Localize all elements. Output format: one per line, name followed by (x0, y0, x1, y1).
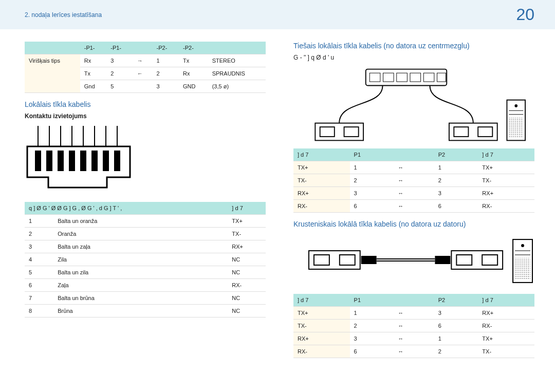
svg-rect-49 (515, 258, 530, 279)
svg-rect-13 (91, 151, 98, 171)
pin-color-table: q ] Ø G ' Ø Ø G ] G , Ø G ' , d G ] T ' … (25, 202, 266, 318)
svg-rect-41 (361, 256, 377, 264)
right-column: Tiešais lokālais tīkla kabelis (no dator… (293, 42, 534, 365)
side-label: Virišķais tips (25, 54, 80, 93)
svg-rect-39 (456, 255, 472, 265)
page-header: 2. nodaļa Ierīces iestatīšana 20 (0, 0, 555, 29)
svg-rect-10 (58, 151, 64, 171)
sub-title-pin-layout: Kontaktu izvietojums (25, 113, 266, 120)
page-number: 20 (516, 5, 534, 24)
th: -P2- (153, 42, 179, 54)
svg-point-46 (521, 244, 524, 247)
svg-rect-42 (435, 256, 450, 264)
section-title-lan-cable: Lokālais tīkla kabelis (25, 100, 266, 108)
straight-cable-table: ] d 7 P1 P2 ] d 7 TX+1↔1TX+ TX-2↔2TX- RX… (293, 148, 534, 213)
svg-rect-25 (344, 127, 359, 137)
svg-rect-40 (482, 255, 497, 265)
svg-rect-14 (103, 151, 109, 171)
cross-diagram (293, 232, 534, 289)
pin-map-table: -P1- -P1- -P2- -P2- Virišķais tips Rx 3 … (25, 42, 266, 93)
th: ] d 7 (228, 202, 266, 215)
svg-rect-15 (114, 151, 120, 171)
svg-rect-17 (369, 73, 380, 82)
cross-cable-table: ] d 7 P1 P2 ] d 7 TX+1↔3RX+ TX-2↔6RX- RX… (293, 294, 534, 358)
left-column: -P1- -P1- -P2- -P2- Virišķais tips Rx 3 … (25, 42, 266, 365)
section-title-straight: Tiešais lokālais tīkla kabelis (no dator… (293, 42, 534, 50)
svg-rect-36 (314, 255, 329, 265)
th (133, 42, 153, 54)
svg-rect-37 (340, 255, 355, 265)
th: -P1- (80, 42, 107, 54)
th (208, 42, 266, 54)
th: -P1- (106, 42, 133, 54)
svg-point-30 (514, 104, 517, 107)
svg-rect-12 (80, 151, 86, 171)
svg-rect-18 (383, 73, 394, 82)
th: -P2- (179, 42, 208, 54)
section-title-cross: Krusteniskais lokālā tīkla kabelis (no d… (293, 220, 534, 228)
svg-rect-28 (478, 127, 492, 137)
svg-rect-27 (454, 127, 468, 137)
th: q ] Ø G ' Ø Ø G ] G , Ø G ' , d G ] T ' … (25, 202, 228, 215)
hub-diagram (293, 66, 534, 143)
svg-rect-9 (46, 151, 52, 171)
svg-rect-24 (320, 127, 335, 137)
svg-rect-22 (437, 73, 446, 82)
svg-rect-19 (397, 73, 408, 82)
rj45-diagram (25, 126, 143, 193)
svg-rect-33 (509, 117, 523, 137)
page-content: -P1- -P1- -P2- -P2- Virišķais tips Rx 3 … (0, 29, 555, 378)
svg-rect-8 (35, 151, 41, 171)
breadcrumb: 2. nodaļa Ierīces iestatīšana (25, 11, 102, 18)
svg-rect-20 (410, 73, 421, 82)
note-text: G - " ] q Ø d ' u (293, 54, 534, 61)
svg-rect-21 (423, 73, 434, 82)
svg-rect-11 (69, 151, 75, 171)
